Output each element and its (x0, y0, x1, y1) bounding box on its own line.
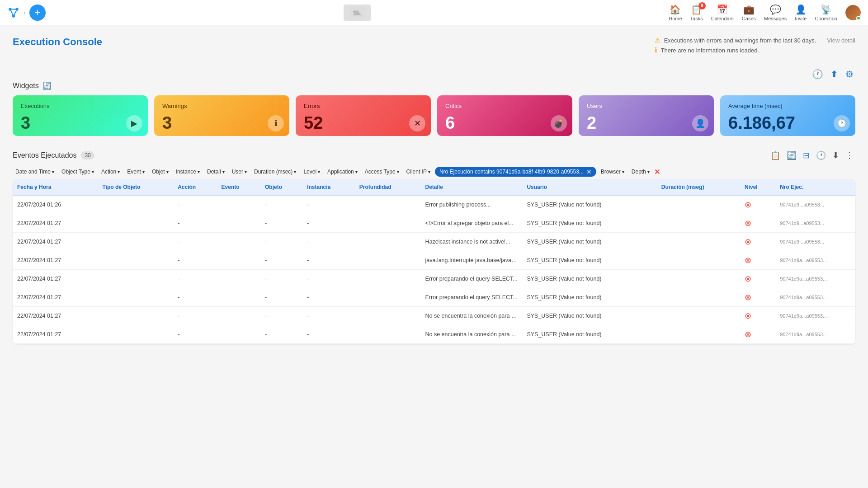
nav-item-cases[interactable]: 💼 Cases (742, 4, 756, 21)
nav-label-cases: Cases (742, 16, 756, 21)
schedule-button[interactable]: 🕐 (810, 67, 825, 81)
page-title: Execution Console (13, 36, 102, 48)
nav-label-home: Home (669, 16, 682, 21)
nav-item-tasks[interactable]: 📋 9 Tasks (690, 4, 703, 21)
refresh-table-button[interactable]: 🔄 (785, 149, 798, 162)
col-tipo-de-objeto[interactable]: Tipo de Objeto (98, 179, 173, 195)
col-fecha-y-hora[interactable]: Fecha y Hora (13, 179, 98, 195)
level-icon: ⊗ (745, 219, 751, 228)
col-nro-ejec.[interactable]: Nro Ejec. (775, 179, 855, 195)
level-icon: ⊗ (745, 293, 751, 302)
settings-button[interactable]: ⚙ (844, 67, 855, 81)
widget-value-warnings: 3 (162, 114, 281, 131)
nav-left: › + (7, 5, 46, 21)
nro-ejec-cell: 90741d9a...a09553... (775, 307, 855, 325)
widget-icon-users: 👤 (692, 115, 708, 131)
widget-value-avgtime: 6.186,67 (728, 114, 847, 131)
detalle-cell: Error preparando el query SELECT... (420, 270, 522, 288)
filters-row: Date and Time ▾Object Type ▾Action ▾Even… (13, 167, 855, 177)
col-evento[interactable]: Evento (217, 179, 260, 195)
nav-item-home[interactable]: 🏠 Home (669, 4, 682, 21)
home-icon: 🏠 (670, 4, 681, 15)
widget-label-critics: Critics (445, 103, 564, 109)
filter-btn-detail[interactable]: Detail ▾ (204, 167, 227, 177)
calendars-icon: 📅 (717, 4, 728, 15)
avatar-container[interactable] (845, 5, 861, 20)
nav-item-connection[interactable]: 📡 Conection (815, 4, 837, 21)
upload-button[interactable]: ⬆ (829, 67, 840, 81)
col-objeto[interactable]: Objeto (260, 179, 302, 195)
filter-btn-objet[interactable]: Objet ▾ (149, 167, 171, 177)
level-icon: ⊗ (745, 330, 751, 339)
nav-right: 🏠 Home 📋 9 Tasks 📅 Calendars 💼 Cases 💬 M… (669, 4, 861, 21)
view-detail-link[interactable]: View detail (827, 37, 855, 44)
filter-btn-access-type[interactable]: Access Type ▾ (362, 167, 402, 177)
filter-btn-event[interactable]: Event ▾ (124, 167, 147, 177)
widgets-title: Widgets (13, 82, 39, 90)
widget-warnings: Warnings 3 ℹ (154, 95, 289, 136)
nro-ejec-cell: 90741d9a...a09553... (775, 288, 855, 307)
filter-btn-user[interactable]: User ▾ (229, 167, 250, 177)
level-icon: ⊗ (745, 311, 751, 320)
col-profundidad[interactable]: Profundidad (355, 179, 421, 195)
section-header: Eventos Ejecutados 30 📋 🔄 ⊟ 🕐 ⬇ ⋮ (13, 149, 855, 162)
clear-all-filters-button[interactable]: ✕ (654, 168, 660, 176)
info-text-2: There are no information runs loaded. (661, 47, 760, 54)
messages-icon: 💬 (770, 4, 781, 15)
filter-btn-level[interactable]: Level ▾ (301, 167, 323, 177)
info-row-1: ⚠ Executions with errors and warnings fr… (655, 36, 855, 44)
tasks-badge: 9 (698, 2, 706, 9)
more-options-button[interactable]: ⋮ (844, 149, 855, 162)
nav-item-invite[interactable]: 👤 Invite (795, 4, 807, 21)
svg-line-5 (14, 9, 17, 16)
events-table-container: Fecha y HoraTipo de ObjetoAcciónEventoOb… (13, 179, 855, 344)
copy-button[interactable]: 📋 (769, 149, 782, 162)
widget-label-executions: Executions (21, 103, 140, 109)
nav-item-calendars[interactable]: 📅 Calendars (711, 4, 734, 21)
filter-btn-application[interactable]: Application ▾ (325, 167, 360, 177)
filter-btn-object-type[interactable]: Object Type ▾ (59, 167, 97, 177)
col-duración-(mseg)[interactable]: Duración (mseg) (657, 179, 740, 195)
info-row-2: ℹ There are no information runs loaded. (655, 46, 760, 54)
filter-btn-depth[interactable]: Depth ▾ (629, 167, 652, 177)
filter-btn-action[interactable]: Action ▾ (99, 167, 123, 177)
add-button[interactable]: + (29, 5, 46, 21)
filter-btn-date-and-time[interactable]: Date and Time ▾ (13, 167, 57, 177)
table-row: 22/07/2024 01:27---No se encuentra la co… (13, 325, 855, 344)
detalle-cell: Error publishing process... (420, 195, 522, 214)
nav-item-messages[interactable]: 💬 Messages (764, 4, 787, 21)
nro-ejec-cell: 90741d9a...a09553... (775, 270, 855, 288)
history-button[interactable]: 🕐 (814, 149, 828, 162)
col-nivel[interactable]: Nivel (740, 179, 775, 195)
col-instancia[interactable]: Instancia (302, 179, 355, 195)
info-icon-2: ℹ (655, 46, 657, 54)
widgets-refresh-button[interactable]: 🔄 (42, 81, 52, 90)
table-header: Fecha y HoraTipo de ObjetoAcciónEventoOb… (13, 179, 855, 195)
download-button[interactable]: ⬇ (830, 149, 841, 162)
info-bar: ⚠ Executions with errors and warnings fr… (655, 36, 855, 54)
widget-errors: Errors 52 ✕ (296, 95, 431, 136)
table-body: 22/07/2024 01:26---Error publishing proc… (13, 195, 855, 344)
widget-executions: Executions 3 ▶ (13, 95, 148, 136)
section-count: 30 (81, 151, 94, 160)
events-table: Fecha y HoraTipo de ObjetoAcciónEventoOb… (13, 179, 855, 344)
nav-label-messages: Messages (764, 16, 787, 21)
widgets-row: Executions 3 ▶ Warnings 3 ℹ Errors 52 ✕ … (13, 95, 855, 136)
filter-btn-browser[interactable]: Browser ▾ (598, 167, 627, 177)
filter-btn-client-ip[interactable]: Client IP ▾ (404, 167, 433, 177)
main-content: Execution Console ⚠ Executions with erro… (0, 25, 868, 355)
col-usuario[interactable]: Usuario (522, 179, 656, 195)
active-filter-text: Nro Ejecución contains 90741d9a-ba8f-4fb… (439, 169, 584, 175)
section-actions: 📋 🔄 ⊟ 🕐 ⬇ ⋮ (769, 149, 855, 162)
detalle-cell: <!>Error al agregar objeto para el... (420, 214, 522, 233)
left-section: Execution Console (13, 36, 102, 55)
widget-value-users: 2 (587, 114, 706, 131)
filter-btn-instance[interactable]: Instance ▾ (173, 167, 203, 177)
filter-button[interactable]: ⊟ (801, 149, 811, 162)
filter-btn-duration-(msec)[interactable]: Duration (msec) ▾ (251, 167, 299, 177)
active-filter-close[interactable]: ✕ (586, 168, 592, 175)
invite-icon: 👤 (795, 4, 807, 15)
table-row: 22/07/2024 01:27---Error preparando el q… (13, 270, 855, 288)
col-acción[interactable]: Acción (173, 179, 217, 195)
col-detalle[interactable]: Detalle (420, 179, 522, 195)
